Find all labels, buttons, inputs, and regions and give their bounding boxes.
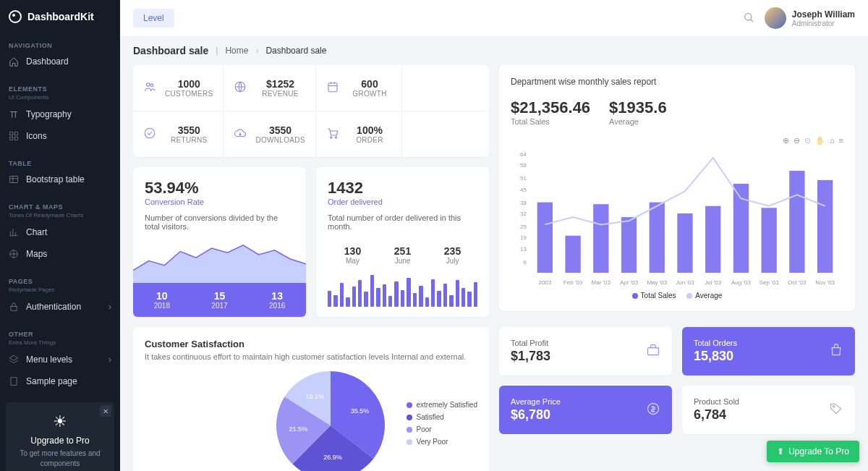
svg-point-9 <box>147 83 150 87</box>
dollar-icon <box>646 402 660 418</box>
toolbar-minus-icon[interactable]: ⊖ <box>793 136 800 145</box>
metric-price: Average Price$6,780 <box>499 386 672 434</box>
metric-profit: Total Profit$1,783 <box>499 327 672 375</box>
user-menu[interactable]: Joseph William Administrator <box>765 7 855 29</box>
stat-revenue: $1252REVENUE <box>224 65 315 111</box>
lock-icon <box>9 302 19 312</box>
svg-point-8 <box>744 13 751 20</box>
satisfaction-pie: 35.5%26.9%21.5%16.1% <box>276 371 385 471</box>
orders-card: 1432 Order delivered Total number of ord… <box>316 167 489 317</box>
sidebar-item-sample-page[interactable]: Sample page <box>0 370 120 392</box>
sidebar-item-icons[interactable]: Icons <box>0 125 120 147</box>
svg-rect-27 <box>565 236 580 273</box>
sidebar-item-typography[interactable]: Typography <box>0 103 120 125</box>
breadcrumb-current: Dashboard sale <box>265 46 326 56</box>
search-icon[interactable] <box>743 12 754 25</box>
toolbar-pan-icon[interactable]: ✋ <box>815 136 825 145</box>
chevron-right-icon: › <box>109 355 111 365</box>
svg-rect-26 <box>537 203 553 273</box>
svg-text:May '03: May '03 <box>647 279 667 286</box>
cart-icon <box>326 127 339 142</box>
maps-icon <box>9 249 19 259</box>
svg-rect-7 <box>11 378 17 386</box>
svg-text:6: 6 <box>524 259 527 266</box>
logo-icon <box>9 10 22 23</box>
page-icon <box>9 376 19 386</box>
svg-rect-4 <box>10 176 18 182</box>
nav-header-navigation: NAVIGATION <box>0 38 120 51</box>
upload-icon: ⬆ <box>777 446 784 457</box>
returns-icon <box>143 127 156 142</box>
svg-text:Mar '03: Mar '03 <box>592 279 611 286</box>
page-title: Dashboard sale <box>133 45 208 56</box>
svg-text:32: 32 <box>520 211 527 217</box>
toolbar-plus-icon[interactable]: ⊕ <box>783 136 789 145</box>
svg-text:Aug '03: Aug '03 <box>731 279 751 286</box>
stat-customers: 1000CUSTOMERS <box>133 65 224 111</box>
toolbar-home-icon[interactable]: ⌂ <box>830 136 835 145</box>
breadcrumb-home[interactable]: Home <box>225 46 248 56</box>
toolbar-menu-icon[interactable]: ≡ <box>839 136 843 145</box>
svg-rect-36 <box>817 180 833 273</box>
upgrade-to-pro-button[interactable]: ⬆ Upgrade To Pro <box>767 441 859 462</box>
svg-text:51: 51 <box>520 175 527 182</box>
close-icon[interactable]: ✕ <box>100 405 111 417</box>
sales-chart: 61319253238455158642003Feb '03Mar '03Apr… <box>511 150 843 287</box>
nav-header-chart: CHART & MAPS <box>0 199 120 212</box>
svg-text:25: 25 <box>520 224 527 230</box>
tag-icon <box>829 402 843 418</box>
sidebar-item-bootstrap-table[interactable]: Bootstrap table <box>0 169 120 190</box>
cloud-icon <box>234 127 247 142</box>
sidebar-item-maps[interactable]: Maps <box>0 243 120 265</box>
conversion-card: 53.94% Conversion Rate Number of convers… <box>133 167 306 317</box>
svg-text:Apr '03: Apr '03 <box>620 279 639 286</box>
svg-text:38: 38 <box>520 200 527 206</box>
sidebar-item-chart[interactable]: Chart <box>0 221 120 243</box>
level-button[interactable]: Level <box>133 9 174 27</box>
layers-icon <box>9 355 19 365</box>
sidebar-item-dashboard[interactable]: Dashboard <box>0 51 120 72</box>
sales-title: Department wise monthly sales report <box>511 77 843 87</box>
svg-rect-31 <box>677 213 692 273</box>
chart-icon <box>9 227 19 237</box>
chart-toolbar: ⊕ ⊖ ⊙ ✋ ⌂ ≡ <box>511 136 843 145</box>
svg-text:19: 19 <box>520 234 527 241</box>
svg-text:26.9%: 26.9% <box>323 454 342 461</box>
user-name: Joseph William <box>792 9 855 20</box>
svg-text:Sep '03: Sep '03 <box>760 279 779 286</box>
sidebar-item-authentication[interactable]: Authentication › <box>0 296 120 318</box>
table-icon <box>9 174 19 184</box>
svg-text:13: 13 <box>520 246 527 253</box>
svg-rect-32 <box>705 206 720 273</box>
stat-returns: 3550RETURNS <box>133 111 224 157</box>
topbar: Level Joseph William Administrator <box>120 0 868 36</box>
nav-header-elements: ELEMENTS <box>0 81 120 94</box>
svg-text:16.1%: 16.1% <box>305 393 324 400</box>
svg-rect-34 <box>762 208 777 273</box>
stat-order: 100%ORDER <box>316 111 403 157</box>
svg-text:35.5%: 35.5% <box>350 407 369 415</box>
svg-rect-30 <box>650 203 665 273</box>
sales-report-card: Department wise monthly sales report $21… <box>499 65 855 311</box>
svg-rect-3 <box>14 137 17 140</box>
sidebar-item-menu-levels[interactable]: Menu levels › <box>0 349 120 370</box>
svg-text:45: 45 <box>520 187 527 193</box>
brand-logo[interactable]: DashboardKit <box>0 0 120 33</box>
pie-legend: extremely Satisfied Satisfied Poor Very … <box>407 401 477 450</box>
svg-text:2003: 2003 <box>538 279 551 286</box>
globe-icon <box>234 80 247 96</box>
svg-point-15 <box>335 137 336 138</box>
stat-growth: 600GROWTH <box>316 65 403 111</box>
bag-icon <box>829 343 843 360</box>
svg-rect-29 <box>621 217 637 273</box>
upgrade-box: ✕ ☀ Upgrade to Pro To get more features … <box>6 402 114 471</box>
svg-rect-2 <box>10 137 13 140</box>
nav-header-table: TABLE <box>0 156 120 169</box>
toolbar-zoom-icon[interactable]: ⊙ <box>804 136 811 145</box>
svg-text:Nov '03: Nov '03 <box>815 279 835 286</box>
satisfaction-card: Customer Satisfaction It takes continuou… <box>133 327 489 471</box>
svg-point-14 <box>330 137 331 138</box>
chart-legend: Total Sales Average <box>511 292 843 300</box>
conversion-chart <box>133 241 306 283</box>
briefcase-icon <box>646 343 660 360</box>
